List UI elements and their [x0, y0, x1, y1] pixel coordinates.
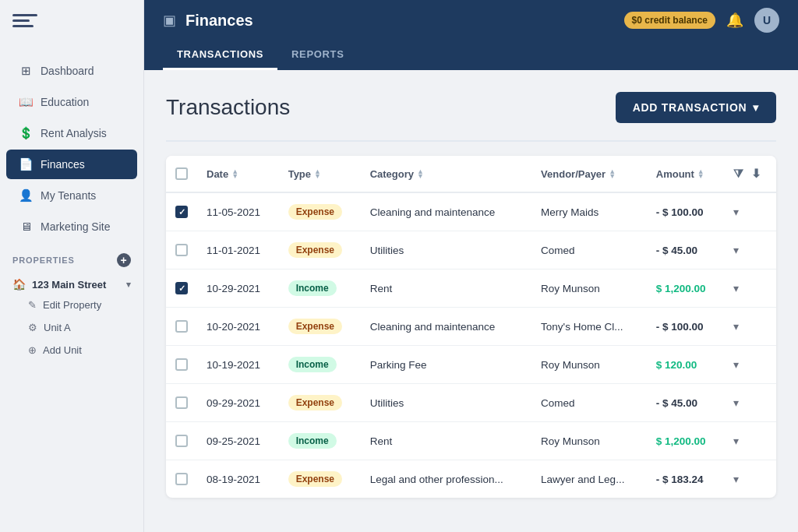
td-select-6 [166, 384, 197, 422]
td-date-2: 11-01-2021 [197, 231, 279, 270]
page-title: Transactions [166, 95, 290, 120]
td-type-5: Income [279, 346, 361, 384]
expand-row-button[interactable]: ▾ [733, 358, 739, 371]
category-sort-icon[interactable]: ▲▼ [417, 169, 424, 179]
sidebar-item-finances[interactable]: 📄 Finances [6, 150, 137, 179]
logo-icon [12, 14, 37, 36]
td-vendor-7: Roy Munson [531, 422, 647, 460]
page-content: Transactions ADD TRANSACTION ▾ Date [144, 70, 798, 532]
credit-balance-badge[interactable]: $0 credit balance [624, 12, 715, 29]
th-type: Type ▲▼ [279, 156, 361, 192]
row-checkbox-3[interactable] [175, 282, 188, 294]
sidebar-item-dashboard[interactable]: ⊞ Dashboard [6, 56, 137, 86]
amount-value: $ 1,200.00 [656, 435, 706, 447]
filter-icon[interactable]: ⧩ [733, 167, 743, 181]
tabs: TRANSACTIONS REPORTS [144, 41, 798, 70]
title-divider [166, 140, 776, 142]
amount-sort-icon[interactable]: ▲▼ [697, 169, 704, 179]
vendor-sort-icon[interactable]: ▲▼ [609, 169, 616, 179]
td-type-4: Expense [279, 308, 361, 346]
th-date-label: Date [207, 168, 228, 180]
download-icon[interactable]: ⬇ [751, 167, 761, 181]
sidebar-item-edit-property[interactable]: ✎ Edit Property [0, 294, 143, 316]
transactions-table-container: Date ▲▼ Type ▲▼ Category [166, 156, 776, 498]
sidebar-item-education[interactable]: 📖 Education [6, 87, 137, 117]
vendor-value: Tony's Home Cl... [541, 321, 623, 333]
sidebar-item-label: Education [41, 96, 89, 108]
property-123-main[interactable]: 🏠 123 Main Street ▾ [0, 272, 143, 294]
page-header: Transactions ADD TRANSACTION ▾ [166, 92, 776, 123]
table-row: 11-05-2021 Expense Cleaning and maintena… [166, 192, 776, 231]
td-date-4: 10-20-2021 [197, 308, 279, 346]
th-date: Date ▲▼ [197, 156, 279, 192]
td-select-4 [166, 308, 197, 346]
th-actions: ⧩ ⬇ [724, 156, 777, 192]
amount-value: - $ 183.24 [656, 474, 704, 485]
td-select-8 [166, 460, 197, 499]
expand-row-button[interactable]: ▾ [733, 320, 739, 333]
row-checkbox-5[interactable] [175, 358, 188, 371]
expand-row-button[interactable]: ▾ [733, 206, 739, 218]
property-chevron-icon: ▾ [126, 280, 131, 290]
notification-icon[interactable]: 🔔 [726, 12, 743, 29]
type-badge: Income [288, 433, 337, 449]
td-vendor-5: Roy Munson [531, 346, 647, 384]
table-row: 09-25-2021 Income Rent Roy Munson $ 1,20… [166, 422, 776, 460]
expand-row-button[interactable]: ▾ [733, 473, 739, 485]
sub-nav-label: Add Unit [43, 344, 82, 356]
td-amount-2: - $ 45.00 [647, 231, 724, 270]
rent-icon: 💲 [19, 126, 33, 140]
tab-reports[interactable]: REPORTS [277, 41, 358, 70]
td-select-3 [166, 270, 197, 308]
sidebar-item-rent-analysis[interactable]: 💲 Rent Analysis [6, 118, 137, 148]
logo-line-2 [12, 19, 30, 22]
category-value: Rent [370, 435, 393, 447]
table-row: 11-01-2021 Expense Utilities Comed - $ 4… [166, 231, 776, 270]
date-value: 10-29-2021 [207, 283, 260, 294]
row-checkbox-8[interactable] [175, 473, 188, 485]
expand-row-button[interactable]: ▾ [733, 396, 739, 409]
date-value: 09-29-2021 [207, 397, 260, 409]
header-right: $0 credit balance 🔔 U [624, 8, 779, 33]
row-checkbox-7[interactable] [175, 435, 188, 447]
row-checkbox-2[interactable] [175, 244, 188, 256]
td-date-3: 10-29-2021 [197, 270, 279, 308]
add-transaction-label: ADD TRANSACTION [633, 101, 747, 114]
sidebar-item-add-unit[interactable]: ⊕ Add Unit [0, 339, 143, 361]
add-property-button[interactable]: + [117, 253, 131, 267]
vendor-value: Merry Maids [541, 206, 598, 218]
td-date-7: 09-25-2021 [197, 422, 279, 460]
add-transaction-button[interactable]: ADD TRANSACTION ▾ [616, 92, 776, 123]
sidebar-item-marketing-site[interactable]: 🖥 Marketing Site [6, 212, 137, 241]
td-date-6: 09-29-2021 [197, 384, 279, 422]
expand-row-button[interactable]: ▾ [733, 435, 739, 447]
sidebar: ⊞ Dashboard 📖 Education 💲 Rent Analysis … [0, 0, 144, 532]
property-name: 123 Main Street [32, 279, 106, 291]
td-vendor-3: Roy Munson [531, 270, 647, 308]
date-value: 11-01-2021 [207, 245, 260, 256]
sidebar-nav: ⊞ Dashboard 📖 Education 💲 Rent Analysis … [0, 48, 143, 532]
row-checkbox-6[interactable] [175, 396, 188, 409]
type-sort-icon[interactable]: ▲▼ [314, 169, 321, 179]
td-expand-1: ▾ [724, 192, 777, 231]
expand-row-button[interactable]: ▾ [733, 282, 739, 294]
select-all-checkbox[interactable] [175, 167, 188, 180]
table-body: 11-05-2021 Expense Cleaning and maintena… [166, 192, 776, 498]
table-header: Date ▲▼ Type ▲▼ Category [166, 156, 776, 192]
date-sort-icon[interactable]: ▲▼ [231, 169, 238, 179]
sidebar-item-unit-a[interactable]: ⚙ Unit A [0, 316, 143, 339]
vendor-value: Comed [541, 245, 575, 256]
tab-transactions[interactable]: TRANSACTIONS [163, 41, 277, 70]
row-checkbox-1[interactable] [175, 206, 188, 218]
avatar[interactable]: U [754, 8, 779, 33]
td-vendor-8: Lawyer and Leg... [531, 460, 647, 499]
amount-value: - $ 45.00 [656, 397, 697, 409]
td-category-7: Rent [361, 422, 531, 460]
category-value: Cleaning and maintenance [370, 321, 496, 333]
sidebar-item-my-tenants[interactable]: 👤 My Tenants [6, 181, 137, 210]
td-category-4: Cleaning and maintenance [361, 308, 531, 346]
row-checkbox-4[interactable] [175, 320, 188, 333]
expand-row-button[interactable]: ▾ [733, 244, 739, 256]
sub-nav-label: Unit A [44, 322, 71, 333]
vendor-value: Roy Munson [541, 283, 600, 294]
